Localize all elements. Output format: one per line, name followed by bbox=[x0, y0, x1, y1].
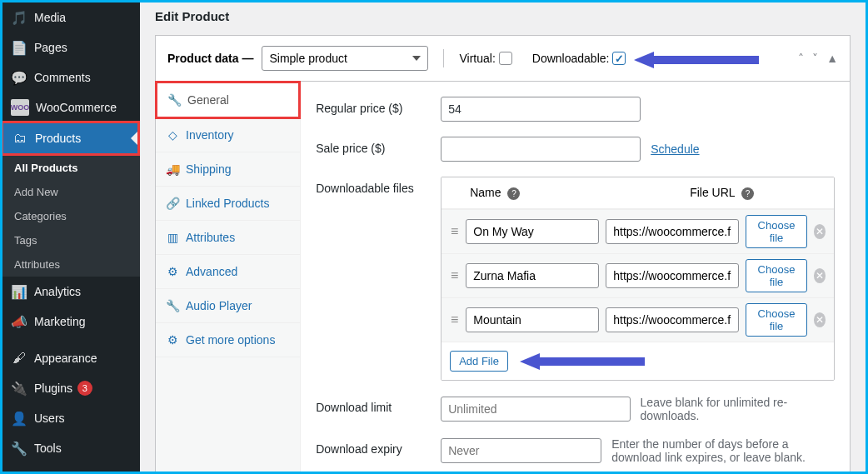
submenu-all-products[interactable]: All Products bbox=[2, 156, 140, 180]
sidebar-item-label: Comments bbox=[34, 71, 91, 84]
gear-icon: ⚙ bbox=[166, 333, 179, 347]
sidebar-item-products[interactable]: 🗂Products bbox=[3, 123, 137, 153]
tab-label: Advanced bbox=[186, 265, 237, 278]
submenu-attributes[interactable]: Attributes bbox=[2, 252, 140, 277]
download-expiry-label: Download expiry bbox=[316, 437, 441, 456]
tab-label: Get more options bbox=[186, 333, 275, 347]
delete-file-icon[interactable]: ✕ bbox=[814, 268, 826, 283]
link-icon: 🔗 bbox=[166, 197, 179, 210]
downloadable-checkbox-wrap[interactable]: Downloadable: bbox=[532, 52, 626, 65]
delete-file-icon[interactable]: ✕ bbox=[814, 312, 826, 327]
plugin-update-badge: 3 bbox=[77, 381, 92, 396]
inventory-icon: ◇ bbox=[166, 128, 179, 142]
submenu-tags[interactable]: Tags bbox=[2, 228, 140, 252]
column-header-name: Name ? bbox=[470, 186, 620, 200]
virtual-checkbox[interactable] bbox=[499, 52, 512, 65]
downloadable-files-table: Name ? File URL ? ≡ Choose file ✕ bbox=[441, 177, 835, 381]
tab-get-more-options[interactable]: ⚙Get more options bbox=[156, 323, 300, 357]
file-url-input[interactable] bbox=[606, 263, 739, 288]
help-icon[interactable]: ? bbox=[741, 187, 754, 200]
sidebar-item-media[interactable]: 🎵Media bbox=[2, 2, 140, 32]
tab-general[interactable]: 🔧General bbox=[155, 81, 301, 119]
choose-file-button[interactable]: Choose file bbox=[746, 215, 806, 248]
sidebar-item-label: WooCommerce bbox=[36, 101, 117, 114]
sidebar-item-appearance[interactable]: 🖌Appearance bbox=[2, 343, 140, 373]
sidebar-item-pages[interactable]: 📄Pages bbox=[2, 32, 140, 62]
column-header-url: File URL ? bbox=[620, 186, 824, 200]
sale-price-input[interactable] bbox=[441, 137, 641, 162]
sidebar-item-analytics[interactable]: 📊Analytics bbox=[2, 277, 140, 307]
sale-price-label: Sale price ($) bbox=[316, 137, 441, 155]
move-down-icon[interactable]: ˅ bbox=[812, 52, 818, 65]
file-row: ≡ Choose file ✕ bbox=[441, 253, 834, 297]
chevron-down-icon bbox=[412, 56, 421, 61]
sidebar-item-tools[interactable]: 🔧Tools bbox=[2, 433, 140, 463]
sidebar-item-woocommerce[interactable]: WOOWooCommerce bbox=[2, 92, 140, 122]
pages-icon: 📄 bbox=[11, 39, 27, 56]
tab-label: Attributes bbox=[186, 231, 235, 244]
download-expiry-input[interactable] bbox=[441, 438, 601, 463]
product-type-value: Simple product bbox=[269, 52, 347, 65]
drag-handle-icon[interactable]: ≡ bbox=[450, 268, 459, 283]
download-limit-hint: Leave blank for unlimited re-downloads. bbox=[641, 396, 835, 422]
file-row: ≡ Choose file ✕ bbox=[441, 297, 834, 342]
marketing-icon: 📣 bbox=[11, 313, 27, 330]
tab-label: Audio Player bbox=[186, 299, 252, 312]
virtual-checkbox-wrap[interactable]: Virtual: bbox=[459, 52, 511, 65]
sidebar-item-label: Plugins bbox=[34, 382, 72, 395]
sidebar-item-label: Users bbox=[34, 412, 65, 425]
file-name-input[interactable] bbox=[466, 307, 599, 332]
drag-handle-icon[interactable]: ≡ bbox=[450, 312, 459, 327]
download-limit-input[interactable] bbox=[441, 397, 630, 422]
toggle-panel-icon[interactable]: ▲ bbox=[826, 52, 838, 65]
admin-sidebar: 🎵Media 📄Pages 💬Comments WOOWooCommerce 🗂… bbox=[2, 2, 140, 472]
sidebar-item-label: Pages bbox=[34, 41, 67, 54]
file-url-input[interactable] bbox=[606, 219, 739, 244]
annotation-arrow-icon bbox=[634, 52, 759, 68]
move-up-icon[interactable]: ˄ bbox=[798, 52, 804, 65]
tab-content-general: Regular price ($) Sale price ($) Schedul… bbox=[301, 82, 850, 472]
product-data-tabs: 🔧General ◇Inventory 🚚Shipping 🔗Linked Pr… bbox=[156, 82, 301, 472]
help-icon[interactable]: ? bbox=[507, 187, 520, 200]
users-icon: 👤 bbox=[11, 410, 27, 427]
shipping-icon: 🚚 bbox=[166, 162, 179, 176]
product-type-select[interactable]: Simple product bbox=[262, 46, 428, 71]
submenu-categories[interactable]: Categories bbox=[2, 204, 140, 228]
file-name-input[interactable] bbox=[466, 219, 599, 244]
delete-file-icon[interactable]: ✕ bbox=[814, 224, 826, 239]
tab-audio-player[interactable]: 🔧Audio Player bbox=[156, 289, 300, 323]
submenu-add-new[interactable]: Add New bbox=[2, 180, 140, 204]
add-file-button[interactable]: Add File bbox=[450, 351, 508, 372]
sidebar-item-label: Tools bbox=[34, 442, 62, 455]
file-name-input[interactable] bbox=[466, 263, 599, 288]
drag-handle-icon[interactable]: ≡ bbox=[450, 224, 459, 239]
downloadable-checkbox[interactable] bbox=[612, 52, 626, 65]
sidebar-item-comments[interactable]: 💬Comments bbox=[2, 62, 140, 92]
tab-label: General bbox=[187, 93, 229, 107]
analytics-icon: 📊 bbox=[11, 283, 27, 300]
sidebar-item-label: Products bbox=[35, 132, 81, 145]
main-content: Edit Product Product data — Simple produ… bbox=[140, 2, 866, 472]
product-data-label: Product data — bbox=[167, 52, 253, 65]
file-url-input[interactable] bbox=[606, 307, 739, 332]
separator bbox=[443, 49, 444, 67]
downloadable-label: Downloadable: bbox=[532, 52, 610, 65]
sidebar-item-plugins[interactable]: 🔌Plugins3 bbox=[2, 373, 140, 403]
choose-file-button[interactable]: Choose file bbox=[746, 259, 806, 292]
tab-linked-products[interactable]: 🔗Linked Products bbox=[156, 187, 300, 221]
comments-icon: 💬 bbox=[11, 69, 27, 86]
tab-attributes[interactable]: ▥Attributes bbox=[156, 221, 300, 255]
appearance-icon: 🖌 bbox=[11, 350, 27, 367]
regular-price-input[interactable] bbox=[441, 97, 641, 122]
tab-inventory[interactable]: ◇Inventory bbox=[156, 118, 300, 152]
tab-shipping[interactable]: 🚚Shipping bbox=[156, 152, 300, 187]
tab-label: Shipping bbox=[186, 162, 232, 176]
sidebar-item-marketing[interactable]: 📣Marketing bbox=[2, 307, 140, 337]
page-title: Edit Product bbox=[155, 9, 229, 23]
choose-file-button[interactable]: Choose file bbox=[746, 303, 806, 337]
schedule-link[interactable]: Schedule bbox=[651, 142, 699, 156]
tab-advanced[interactable]: ⚙Advanced bbox=[156, 255, 300, 289]
sidebar-item-users[interactable]: 👤Users bbox=[2, 403, 140, 433]
downloadable-files-label: Downloadable files bbox=[316, 177, 441, 195]
file-row: ≡ Choose file ✕ bbox=[441, 209, 834, 253]
